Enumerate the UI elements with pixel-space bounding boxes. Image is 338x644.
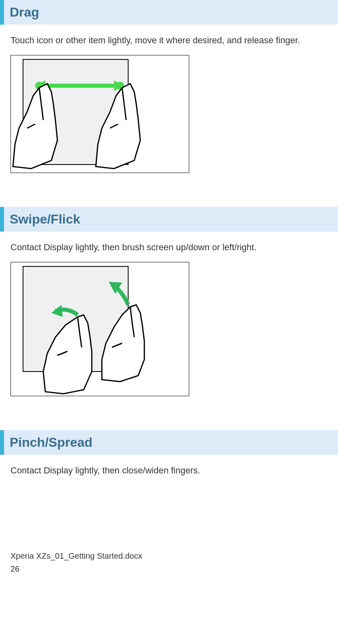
section-header-swipe: Swipe/Flick [0,207,338,232]
swipe-gesture-illustration [11,262,189,396]
footer-page-number: 26 [11,562,327,575]
section-title: Pinch/Spread [10,435,332,450]
section-content-pinch: Contact Display lightly, then close/wide… [0,465,338,501]
section-description: Touch icon or other item lightly, move i… [11,34,327,47]
footer-filename: Xperia XZs_01_Getting Started.docx [11,549,327,562]
page-footer: Xperia XZs_01_Getting Started.docx 26 [0,549,338,575]
section-header-pinch: Pinch/Spread [0,430,338,455]
section-title: Drag [10,5,332,20]
section-content-drag: Touch icon or other item lightly, move i… [0,34,338,207]
section-title: Swipe/Flick [10,212,332,227]
section-header-drag: Drag [0,0,338,25]
section-content-swipe: Contact Display lightly, then brush scre… [0,241,338,430]
section-description: Contact Display lightly, then close/wide… [11,465,327,477]
drag-gesture-illustration [11,55,189,173]
section-description: Contact Display lightly, then brush scre… [11,241,327,254]
